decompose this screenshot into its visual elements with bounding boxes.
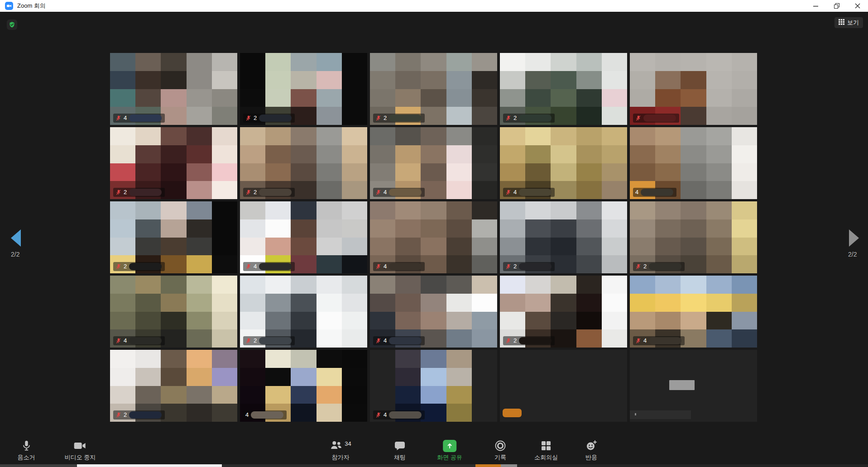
- mute-button[interactable]: 음소거: [18, 439, 35, 462]
- participant-label: 2: [373, 114, 425, 123]
- video-tile[interactable]: 2: [240, 127, 367, 199]
- mic-muted-icon: [375, 263, 381, 270]
- chat-label: 채팅: [394, 453, 406, 462]
- breakout-rooms-button[interactable]: 소회의실: [534, 439, 558, 462]
- mic-muted-icon: [375, 412, 381, 419]
- redacted-name: [519, 114, 551, 122]
- video-tile[interactable]: 4: [110, 53, 237, 125]
- video-tile[interactable]: 4: [240, 350, 367, 422]
- video-tile[interactable]: [500, 350, 627, 422]
- record-button[interactable]: 기록: [494, 439, 506, 462]
- video-tile[interactable]: 2: [240, 276, 367, 348]
- reactions-button[interactable]: 반응: [585, 439, 597, 462]
- close-button[interactable]: [847, 0, 868, 12]
- video-tile[interactable]: 2: [110, 127, 237, 199]
- share-screen-label: 화면 공유: [437, 453, 462, 462]
- video-tile[interactable]: 2: [500, 53, 627, 125]
- participant-name-number: 4: [643, 336, 647, 345]
- window-title: Zoom 회의: [17, 2, 46, 10]
- redacted-name: [389, 263, 422, 270]
- participant-name-number: 2: [384, 114, 387, 123]
- redacted-name: [129, 263, 162, 270]
- view-button-label: 보기: [847, 19, 859, 27]
- video-tile[interactable]: 4: [370, 350, 497, 422]
- video-tile[interactable]: 4: [240, 201, 367, 273]
- participant-label: 2: [243, 114, 295, 123]
- video-tile[interactable]: [630, 350, 757, 422]
- mic-muted-icon: [505, 189, 511, 196]
- stop-video-button[interactable]: 비디오 중지: [65, 439, 96, 462]
- participant-label: 4: [373, 410, 425, 419]
- record-label: 기록: [494, 453, 506, 462]
- participant-label: 4: [243, 410, 287, 419]
- redacted-name: [389, 189, 422, 196]
- participant-name-number: 4: [384, 262, 387, 271]
- mic-muted-icon: [115, 338, 121, 344]
- participant-name-number: 4: [384, 336, 387, 345]
- video-tile[interactable]: 2: [500, 276, 627, 348]
- participant-label: 2: [243, 188, 295, 197]
- next-page-label: 2/2: [848, 251, 857, 258]
- chat-icon: [394, 439, 405, 453]
- mic-muted-icon: [505, 263, 511, 270]
- redacted-name: [389, 411, 422, 419]
- participant-label: 2: [633, 262, 685, 271]
- video-grid: 4222224442442242424244: [110, 53, 757, 422]
- video-tile[interactable]: 4: [370, 127, 497, 199]
- mute-label: 음소거: [18, 453, 35, 462]
- redacted-name: [649, 263, 681, 270]
- mic-muted-icon: [375, 338, 381, 344]
- video-tile[interactable]: 4: [370, 201, 497, 273]
- record-icon: [494, 439, 506, 453]
- participant-label: 2: [503, 262, 555, 271]
- video-tile[interactable]: 4: [630, 276, 757, 348]
- zoom-meeting-window: Zoom 회의 보기 4222224442442242424244 2/2 2/…: [0, 0, 868, 467]
- redacted-name: [129, 114, 162, 122]
- video-tile[interactable]: 2: [110, 201, 237, 273]
- redacted-name: [519, 189, 551, 196]
- participant-label: 4: [633, 336, 685, 345]
- video-tile[interactable]: 2: [240, 53, 367, 125]
- participants-button[interactable]: 34 참가자: [330, 439, 351, 462]
- video-tile[interactable]: 4: [630, 127, 757, 199]
- restore-button[interactable]: [826, 0, 847, 12]
- mic-muted-icon: [245, 189, 251, 196]
- minimize-button[interactable]: [806, 0, 826, 12]
- participant-label: 2: [113, 188, 165, 197]
- prev-page-button[interactable]: [11, 229, 21, 247]
- mic-muted-icon: [505, 338, 511, 344]
- breakout-rooms-label: 소회의실: [534, 453, 558, 462]
- participant-label: 4: [503, 188, 555, 197]
- chat-button[interactable]: 채팅: [394, 439, 406, 462]
- video-tile[interactable]: 2: [630, 201, 757, 273]
- security-shield-icon[interactable]: [7, 19, 17, 30]
- reactions-label: 반응: [585, 453, 597, 462]
- video-tile[interactable]: [630, 53, 757, 125]
- video-tile[interactable]: 4: [370, 276, 497, 348]
- participants-label: 참가자: [332, 453, 350, 462]
- video-tile[interactable]: 2: [500, 201, 627, 273]
- participant-label: 4: [373, 262, 425, 271]
- mic-muted-icon: [245, 115, 251, 122]
- participant-name-number: 4: [384, 410, 387, 419]
- microphone-icon: [21, 439, 31, 453]
- video-tile[interactable]: 4: [110, 276, 237, 348]
- video-tile[interactable]: 2: [370, 53, 497, 125]
- camera-icon: [74, 439, 86, 453]
- participant-name-number: 2: [254, 336, 257, 345]
- video-tile[interactable]: 4: [500, 127, 627, 199]
- next-page-button[interactable]: [849, 229, 859, 247]
- video-artifact: [503, 409, 522, 417]
- redacted-name: [643, 114, 676, 122]
- participant-label: 2: [113, 410, 165, 419]
- redacted-name: [259, 263, 292, 270]
- video-artifact: [635, 413, 636, 415]
- video-tile[interactable]: 2: [110, 350, 237, 422]
- mic-muted-icon: [115, 189, 121, 196]
- participant-name-number: 2: [254, 114, 257, 123]
- mic-muted-icon: [505, 115, 511, 122]
- share-screen-button[interactable]: 화면 공유: [437, 439, 462, 462]
- view-button[interactable]: 보기: [834, 17, 863, 28]
- participant-name-number: 4: [513, 188, 517, 197]
- participant-name-number: 2: [513, 114, 517, 123]
